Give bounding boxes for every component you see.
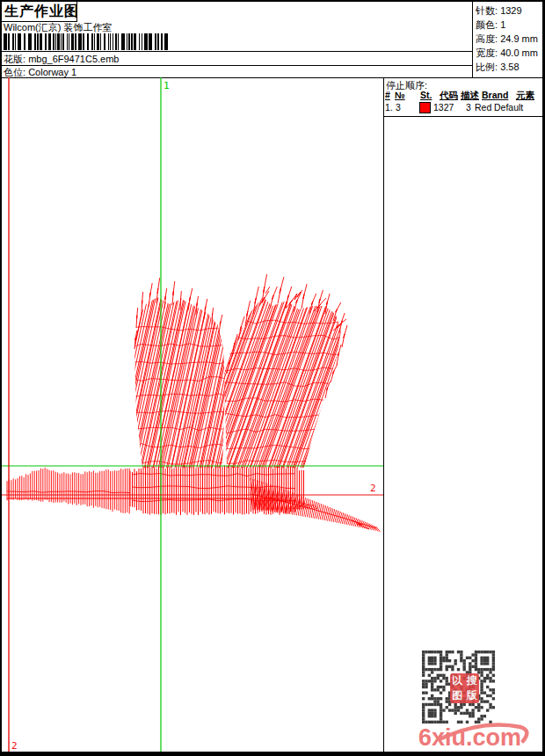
design-area-right-border (383, 77, 384, 752)
scale-row: 比例: 3.58 (476, 60, 538, 74)
colorway-value: Colorway 1 (28, 67, 76, 77)
col-header-number: # (385, 90, 390, 100)
page-title: 生产作业图 (4, 3, 79, 21)
row-brand: Default (494, 102, 523, 113)
info-box-divider (472, 2, 473, 77)
col-header-description: 描述 (461, 90, 479, 102)
colorway-label: 色位: (4, 67, 25, 77)
width-row: 宽度: 40.0 mm (476, 46, 538, 60)
row-needle: 3 (396, 102, 401, 113)
color-swatch (419, 102, 431, 113)
stamp-char: 版 (467, 690, 477, 701)
row-index: 1. (385, 102, 393, 113)
stitch-design-bird (2, 77, 383, 752)
col-header-needle: № (395, 90, 405, 100)
embroidery-canvas: 1 2 2 (2, 77, 383, 752)
page-border-top (0, 0, 545, 2)
col-header-code: 代码 (440, 90, 458, 102)
col-header-elements: 元素 (516, 90, 534, 102)
table-bottom-line (383, 116, 543, 117)
stitch-count-row: 针数: 1329 (476, 4, 538, 18)
title-box-divider (76, 2, 77, 21)
pattern-file-row: 花版: mbg_6F9471C5.emb (4, 53, 119, 66)
stamp-char: 以 (452, 675, 462, 687)
header-divider (2, 51, 472, 52)
pattern-label: 花版: (4, 54, 25, 64)
start-point-label: 1 (164, 80, 170, 91)
stamp: 以 搜 图 版 (450, 673, 479, 703)
barcode-icon (3, 33, 169, 50)
col-header-stitches: St. (420, 90, 432, 100)
col-header-brand: Brand (482, 90, 508, 100)
studio-name: Wilcom(汇京) 装饰工作室 (4, 21, 112, 34)
pattern-value: mbg_6F9471C5.emb (28, 54, 119, 64)
row-description: Red (475, 102, 491, 113)
end-point-label-bottom: 2 (11, 740, 18, 752)
height-row: 高度: 24.9 mm (476, 32, 538, 46)
stamp-char: 图 (452, 690, 462, 701)
row-code: 3 (466, 102, 471, 113)
watermark-text: 6xiu.com (418, 724, 521, 752)
design-info: 针数: 1329 颜色: 1 高度: 24.9 mm 宽度: 40.0 mm 比… (476, 4, 538, 74)
end-point-label-right: 2 (370, 483, 376, 494)
production-worksheet: 生产作业图 Wilcom(汇京) 装饰工作室 花版: mbg_6F9471C5.… (0, 0, 545, 756)
stamp-char: 搜 (467, 675, 477, 687)
color-count-row: 颜色: 1 (476, 18, 538, 32)
row-stitches: 1327 (433, 102, 454, 113)
